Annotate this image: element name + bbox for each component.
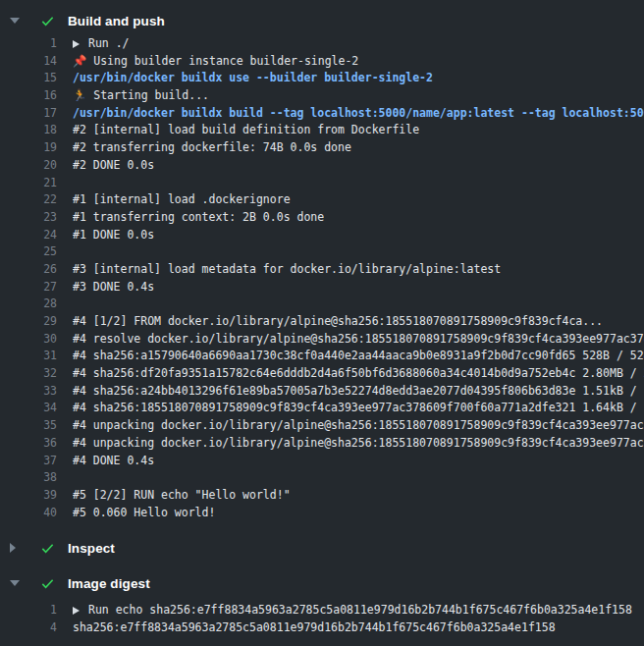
log-text: #1 transferring context: 2B 0.0s done — [73, 209, 324, 227]
log-line: 27 #3 DONE 0.4s — [0, 279, 644, 296]
log-line: 40 #5 0.060 Hello world! — [0, 505, 644, 522]
log-text: #3 [internal] load metadata for docker.i… — [73, 261, 501, 279]
section-log-lines: 1 Run ./ 14 📌 Using builder instance bui… — [0, 35, 644, 521]
chevron-down-icon[interactable] — [10, 18, 20, 24]
line-number[interactable]: 36 — [0, 435, 57, 453]
line-number[interactable]: 15 — [0, 70, 57, 87]
line-number[interactable]: 38 — [0, 469, 57, 487]
chevron-down-icon[interactable] — [10, 580, 20, 586]
section-title: Inspect — [68, 541, 115, 556]
line-number[interactable]: 35 — [0, 417, 57, 435]
log-text: #4 sha256:a24bb4013296f61e89ba57005a7b3e… — [73, 383, 644, 401]
line-number[interactable]: 20 — [0, 157, 57, 175]
log-line: 33 #4 sha256:a24bb4013296f61e89ba57005a7… — [0, 383, 644, 401]
log-line: 24 #1 DONE 0.0s — [0, 227, 644, 244]
section-header-image-digest[interactable]: Image digest — [0, 568, 644, 598]
log-line: 1 Run echo sha256:e7ff8834a5963a2785c5a0… — [0, 602, 644, 619]
log-section-build-and-push: Build and push 1 Run ./ 14 📌 Using build… — [0, 6, 644, 521]
line-number[interactable]: 18 — [0, 122, 57, 139]
log-text: Run echo sha256:e7ff8834a5963a2785c5a081… — [88, 602, 632, 619]
line-number[interactable]: 40 — [0, 505, 57, 522]
log-line: 1 Run ./ — [0, 35, 644, 53]
line-number[interactable]: 19 — [0, 139, 57, 157]
run-expand-icon[interactable] — [73, 40, 80, 48]
log-text: #4 resolve docker.io/library/alpine@sha2… — [73, 331, 644, 349]
log-section-inspect: Inspect — [0, 533, 644, 563]
log-text: #4 sha256:185518070891758909c9f839cf4ca3… — [73, 400, 644, 417]
log-section-image-digest: Image digest 1 Run echo sha256:e7ff8834a… — [0, 568, 644, 636]
log-line: 38 — [0, 469, 644, 487]
log-text: #4 sha256:df20fa9351a15782c64e6dddb2d4a6… — [73, 365, 644, 383]
log-line: 19 #2 transferring dockerfile: 74B 0.0s … — [0, 139, 644, 157]
log-text: #3 DONE 0.4s — [73, 279, 154, 296]
section-title: Build and push — [68, 14, 165, 28]
log-text: Run ./ — [88, 35, 130, 53]
log-text: /usr/bin/docker buildx use --builder bui… — [73, 70, 433, 87]
log-line: 21 — [0, 175, 644, 192]
log-line: 15 /usr/bin/docker buildx use --builder … — [0, 70, 644, 87]
log-line: 23 #1 transferring context: 2B 0.0s done — [0, 209, 644, 227]
section-header-inspect[interactable]: Inspect — [0, 533, 644, 563]
line-number[interactable]: 23 — [0, 209, 57, 227]
log-line: 31 #4 sha256:a15790640a6690aa1730c38cf0a… — [0, 348, 644, 365]
line-number[interactable]: 21 — [0, 175, 57, 192]
log-text: sha256:e7ff8834a5963a2785c5a0811e979d16b… — [73, 619, 556, 637]
log-line: 16 🏃 Starting build... — [0, 87, 644, 105]
log-text: 📌 Using builder instance builder-single-… — [73, 53, 358, 71]
log-line: 20 #2 DONE 0.0s — [0, 157, 644, 175]
line-number[interactable]: 34 — [0, 400, 57, 417]
line-number[interactable]: 1 — [0, 35, 57, 53]
log-text: #5 0.060 Hello world! — [73, 505, 215, 522]
log-text: /usr/bin/docker buildx build --tag local… — [73, 105, 644, 123]
log-line: 26 #3 [internal] load metadata for docke… — [0, 261, 644, 279]
run-expand-icon[interactable] — [73, 607, 80, 615]
log-line: 17 /usr/bin/docker buildx build --tag lo… — [0, 105, 644, 123]
line-number[interactable]: 14 — [0, 53, 57, 71]
line-number[interactable]: 17 — [0, 105, 57, 123]
log-line: 25 — [0, 243, 644, 261]
log-text: #5 [2/2] RUN echo "Hello world!" — [73, 487, 291, 505]
line-number[interactable]: 26 — [0, 261, 57, 279]
log-line: 22 #1 [internal] load .dockerignore — [0, 191, 644, 209]
line-number[interactable]: 27 — [0, 279, 57, 296]
check-icon — [40, 540, 56, 556]
log-line: 32 #4 sha256:df20fa9351a15782c64e6dddb2d… — [0, 365, 644, 383]
line-number[interactable]: 33 — [0, 383, 57, 401]
section-log-lines: 1 Run echo sha256:e7ff8834a5963a2785c5a0… — [0, 598, 644, 636]
line-number[interactable]: 32 — [0, 365, 57, 383]
workflow-log: Build and push 1 Run ./ 14 📌 Using build… — [0, 0, 644, 637]
log-text: #2 transferring dockerfile: 74B 0.0s don… — [73, 139, 351, 157]
line-number[interactable]: 22 — [0, 191, 57, 209]
log-line: 30 #4 resolve docker.io/library/alpine@s… — [0, 331, 644, 349]
log-line: 14 📌 Using builder instance builder-sing… — [0, 53, 644, 71]
log-line: 39 #5 [2/2] RUN echo "Hello world!" — [0, 487, 644, 505]
log-text: #1 DONE 0.0s — [73, 227, 154, 244]
log-text: #4 DONE 0.4s — [73, 453, 154, 470]
line-number[interactable]: 30 — [0, 331, 57, 349]
log-text: #2 DONE 0.0s — [73, 157, 154, 175]
log-text: #4 unpacking docker.io/library/alpine@sh… — [73, 417, 644, 435]
line-number[interactable]: 4 — [0, 619, 57, 637]
line-number[interactable]: 1 — [0, 602, 57, 619]
log-text: #4 sha256:a15790640a6690aa1730c38cf0a440… — [73, 348, 644, 365]
line-number[interactable]: 16 — [0, 87, 57, 105]
log-line: 18 #2 [internal] load build definition f… — [0, 122, 644, 139]
line-number[interactable]: 29 — [0, 313, 57, 331]
line-number[interactable]: 28 — [0, 296, 57, 313]
log-text: #1 [internal] load .dockerignore — [73, 191, 291, 209]
log-line: 4 sha256:e7ff8834a5963a2785c5a0811e979d1… — [0, 619, 644, 637]
check-icon — [40, 575, 56, 591]
line-number[interactable]: 39 — [0, 487, 57, 505]
check-icon — [40, 13, 56, 28]
line-number[interactable]: 25 — [0, 243, 57, 261]
log-line: 28 — [0, 296, 644, 313]
chevron-right-icon[interactable] — [10, 543, 16, 553]
section-header-build-and-push[interactable]: Build and push — [0, 6, 644, 35]
line-number[interactable]: 31 — [0, 348, 57, 365]
log-line: 37 #4 DONE 0.4s — [0, 453, 644, 470]
section-title: Image digest — [68, 576, 150, 591]
line-number[interactable]: 37 — [0, 453, 57, 470]
line-number[interactable]: 24 — [0, 227, 57, 244]
log-text: #4 unpacking docker.io/library/alpine@sh… — [73, 435, 644, 453]
log-line: 29 #4 [1/2] FROM docker.io/library/alpin… — [0, 313, 644, 331]
